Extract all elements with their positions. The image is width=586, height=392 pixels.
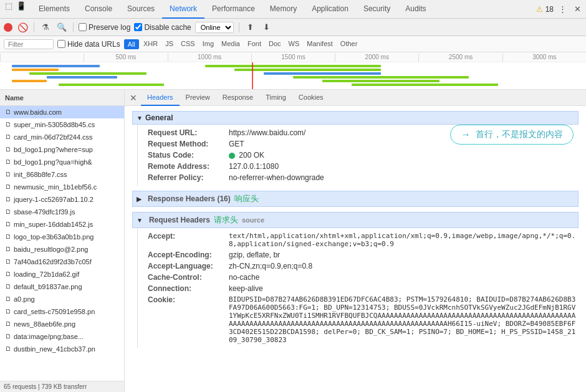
field-value-request-method: GET (229, 140, 244, 148)
list-item[interactable]: 🗋jquery-1-cc52697ab1.10.2 (0, 193, 124, 206)
file-name: baidu_resultlogo@2.png (14, 246, 88, 253)
tab-application[interactable]: Application (304, 0, 356, 19)
file-name: jquery-1-cc52697ab1.10.2 (14, 196, 94, 203)
list-item[interactable]: 🗋newmusic_min_1b1ebf56.c (0, 181, 124, 193)
more-icon[interactable]: ⋮ (556, 3, 569, 16)
list-item[interactable]: 🗋min_super-16ddab1452.js (0, 218, 124, 231)
file-name: news_88aeb6fe.png (14, 320, 75, 328)
list-item[interactable]: 🗋news_88aeb6fe.png (0, 318, 124, 330)
general-section-header[interactable]: ▼ General (132, 111, 579, 125)
list-item[interactable]: 🗋init_868b8fe7.css (0, 168, 124, 181)
search-icon[interactable]: 🔍 (55, 21, 68, 34)
ruler-mark-3: 1500 ms (251, 54, 335, 62)
preserve-log-label[interactable]: Preserve log (79, 23, 130, 32)
list-item[interactable]: 🗋super_min-53058d8b45.cs (0, 118, 124, 131)
preserve-log-checkbox[interactable] (79, 23, 87, 31)
clear-button[interactable]: 🚫 (16, 21, 29, 34)
dtab-cookies[interactable]: Cookies (292, 90, 330, 106)
tab-memory[interactable]: Memory (262, 0, 304, 19)
field-value-connection: keep-alive (229, 284, 263, 293)
file-icon: 🗋 (5, 108, 11, 115)
list-item[interactable]: 🗋sbase-479dfc1f39.js (0, 206, 124, 218)
list-item[interactable]: 🗋default_b91837ae.png (0, 280, 124, 293)
ruler-mark-5: 2500 ms (418, 54, 502, 62)
response-arrow: ▶ (137, 196, 142, 203)
disable-cache-checkbox[interactable] (134, 23, 142, 31)
hide-data-urls-checkbox[interactable] (57, 40, 65, 48)
list-item[interactable]: 🗋card_setts-c75091e958.pn (0, 305, 124, 318)
ruler-mark-1: 500 ms (84, 54, 167, 62)
tab-elements[interactable]: Elements (31, 0, 77, 19)
close-icon[interactable]: ✕ (571, 3, 584, 16)
field-referrer-policy: Referrer Policy: no-referrer-when-downgr… (148, 172, 579, 183)
filter-icon[interactable]: ⚗ (39, 21, 52, 34)
response-headers-section-header[interactable]: ▶ Response Headers (16) 响应头 (132, 191, 579, 207)
list-item[interactable]: 🗋a0.png (0, 293, 124, 305)
dev-tools-tabs: ⬚ 📱 Elements Console Sources Network Per… (2, 0, 434, 19)
file-icon: 🗋 (5, 320, 11, 327)
filter-media[interactable]: Media (218, 39, 243, 49)
file-icon: 🗋 (5, 221, 11, 227)
filter-types: All XHR JS CSS Img Media Font Doc WS Man… (124, 39, 361, 49)
request-headers-cn-label: 请求头 (214, 214, 238, 226)
tab-sources[interactable]: Sources (120, 0, 162, 19)
list-item[interactable]: 🗋baidu_resultlogo@2.png (0, 243, 124, 256)
field-name-status-code: Status Code: (148, 151, 229, 160)
tab-security[interactable]: Security (356, 0, 398, 19)
field-name-connection: Connection: (148, 284, 229, 293)
tab-performance[interactable]: Performance (204, 0, 262, 19)
filter-xhr[interactable]: XHR (140, 39, 161, 49)
inspect-icon[interactable]: ⬚ (2, 0, 15, 12)
list-item[interactable]: 🗋logo_top-e3b63a0b1b.png (0, 231, 124, 243)
hide-data-urls-label[interactable]: Hide data URLs (57, 40, 120, 49)
list-item[interactable]: 🗋bd_logo1.png?qua=high& (0, 156, 124, 168)
field-accept: Accept: text/html,application/xhtml+xml,… (148, 231, 579, 249)
throttle-select[interactable]: Online (195, 22, 234, 33)
tab-audits[interactable]: Audits (398, 0, 433, 19)
device-icon[interactable]: 📱 (15, 0, 27, 12)
tab-console[interactable]: Console (77, 0, 120, 19)
filter-other[interactable]: Other (337, 39, 361, 49)
dtab-headers[interactable]: Headers (141, 90, 180, 106)
filter-doc[interactable]: Doc (266, 39, 284, 49)
upload-icon[interactable]: ⬆ (244, 21, 257, 34)
list-item[interactable]: 🗋dustbin_new_41cbcb37.pn (0, 343, 124, 355)
file-list-body[interactable]: 🗋www.baidu.com🗋super_min-53058d8b45.cs🗋c… (0, 106, 124, 381)
disable-cache-label[interactable]: Disable cache (134, 23, 191, 32)
list-item[interactable]: 🗋7af40ad162d9f2d3b7c05f (0, 256, 124, 268)
file-icon: 🗋 (5, 121, 11, 128)
filter-font[interactable]: Font (244, 39, 264, 49)
list-item[interactable]: 🗋bd_logo1.png?where=sup (0, 143, 124, 156)
field-remote-address: Remote Address: 127.0.0.1:1080 (148, 161, 579, 172)
request-headers-section-header[interactable]: ▼ Request Headers 请求头 source (132, 212, 579, 228)
list-item[interactable]: 🗋www.baidu.com (0, 106, 124, 118)
filter-img[interactable]: Img (199, 39, 217, 49)
filter-manifest[interactable]: Manifest (304, 39, 336, 49)
ruler-mark-6: 3000 ms (502, 54, 586, 62)
dtab-response[interactable]: Response (216, 90, 260, 106)
list-item[interactable]: 🗋loading_72b1da62.gif (0, 268, 124, 280)
field-value-referrer-policy: no-referrer-when-downgrade (229, 173, 324, 182)
general-section: ▼ General Request URL: https://www.baidu… (132, 111, 579, 186)
filter-css[interactable]: CSS (178, 39, 198, 49)
file-icon: 🗋 (5, 133, 11, 140)
file-name: logo_top-e3b63a0b1b.png (14, 233, 94, 241)
record-button[interactable] (4, 23, 12, 32)
filter-js[interactable]: JS (162, 39, 176, 49)
request-headers-section: ▼ Request Headers 请求头 source Accept: tex… (132, 212, 579, 348)
detail-close-button[interactable]: ✕ (128, 93, 138, 103)
dtab-preview[interactable]: Preview (180, 90, 216, 106)
filter-input[interactable] (4, 39, 54, 49)
list-item[interactable]: 🗋card_min-06d72bf244.css (0, 131, 124, 143)
field-value-accept-language: zh-CN,zn;q=0.9,en;q=0.8 (229, 262, 312, 270)
download-icon[interactable]: ⬇ (261, 21, 273, 34)
tab-network[interactable]: Network (162, 0, 204, 19)
alert-count: 18 (545, 5, 554, 14)
field-connection: Connection: keep-alive (148, 283, 579, 294)
filter-ws[interactable]: WS (286, 39, 303, 49)
field-accept-language: Accept-Language: zh-CN,zn;q=0.9,en;q=0.8 (148, 261, 579, 272)
list-item[interactable]: 🗋data:image/png;base... (0, 330, 124, 343)
filter-all[interactable]: All (124, 39, 139, 49)
dtab-timing[interactable]: Timing (259, 90, 292, 106)
file-name: default_b91837ae.png (14, 283, 82, 290)
